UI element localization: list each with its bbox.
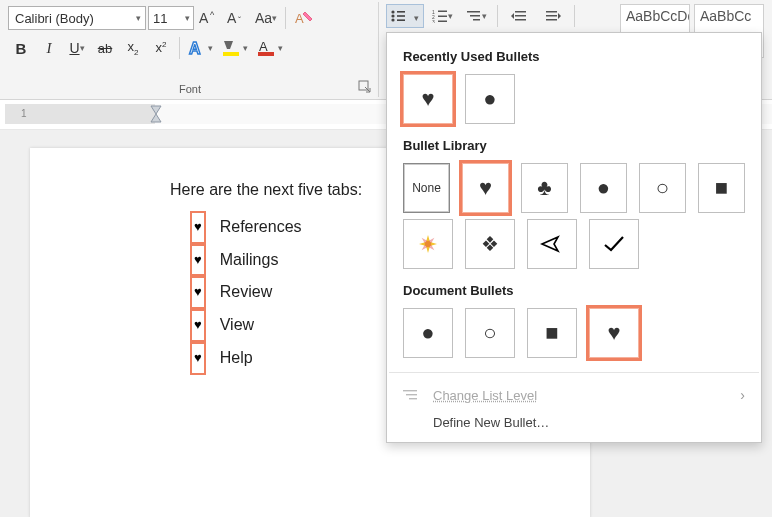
chevron-down-icon: ▾	[409, 9, 423, 24]
section-heading-recent: Recently Used Bullets	[387, 41, 761, 74]
change-case-button[interactable]: Aa ▾	[252, 5, 280, 31]
svg-rect-21	[438, 21, 447, 23]
define-new-bullet-item[interactable]: Define New Bullet…	[387, 409, 761, 436]
ruler-mark: 1	[21, 108, 27, 119]
shrink-font-button[interactable]: Aˇ	[224, 5, 250, 31]
superscript-button[interactable]: x2	[148, 35, 174, 61]
bullets-dropdown: Recently Used Bullets ♥ ● Bullet Library…	[386, 32, 762, 443]
library-row-1: None ♥ ♣ ● ○ ■	[387, 163, 761, 219]
bullet-swatch-disc[interactable]: ●	[580, 163, 627, 213]
bullet-highlight: ♥	[190, 244, 206, 277]
list-item: ♥ References	[190, 211, 362, 244]
list-item: ♥ Review	[190, 276, 362, 309]
chevron-down-icon: ▾	[185, 13, 190, 23]
change-list-level-icon	[403, 388, 421, 402]
italic-button[interactable]: I	[36, 35, 62, 61]
increase-indent-icon	[545, 9, 561, 23]
heart-icon: ♥	[607, 320, 620, 346]
list-item-text: Help	[220, 346, 253, 371]
bullet-swatch-fourstar[interactable]	[403, 219, 453, 269]
multilevel-list-button[interactable]: ▾	[460, 4, 492, 28]
bullet-swatch-none[interactable]: None	[403, 163, 450, 213]
svg-rect-30	[546, 19, 557, 21]
bullet-swatch-disc[interactable]: ●	[465, 74, 515, 124]
section-heading-document: Document Bullets	[387, 275, 761, 308]
style-preview-text: AaBbCc	[700, 8, 751, 24]
font-group-launcher[interactable]	[358, 80, 374, 96]
chevron-down-icon: ▾	[272, 13, 277, 23]
svg-rect-24	[473, 19, 480, 21]
svg-rect-26	[515, 15, 526, 17]
bullet-swatch-circle[interactable]: ○	[639, 163, 686, 213]
list-item: ♥ Help	[190, 342, 362, 375]
indent-marker-icon	[149, 102, 163, 124]
bullet-swatch-arrow[interactable]	[527, 219, 577, 269]
clear-formatting-button[interactable]: A	[291, 5, 317, 31]
change-list-level-item: Change List Level ›	[387, 381, 761, 409]
bullet-swatch-square[interactable]: ■	[698, 163, 745, 213]
font-color-button[interactable]: A ▾	[253, 35, 286, 61]
grow-font-button[interactable]: A^	[196, 5, 222, 31]
bullet-swatch-square[interactable]: ■	[527, 308, 577, 358]
square-icon: ■	[545, 320, 558, 346]
increase-indent-button[interactable]	[537, 4, 569, 28]
library-row-2: ❖	[387, 219, 761, 275]
svg-rect-22	[467, 11, 480, 13]
document-body: Here are the next five tabs: ♥ Reference…	[170, 178, 362, 375]
svg-text:A: A	[227, 10, 237, 26]
highlight-button[interactable]: ▾	[218, 35, 251, 61]
bullet-swatch-heart[interactable]: ♥	[403, 74, 453, 124]
strikethrough-icon: ab	[98, 41, 112, 56]
none-label: None	[412, 181, 441, 195]
bullet-swatch-disc[interactable]: ●	[403, 308, 453, 358]
svg-rect-33	[409, 398, 417, 399]
bullet-swatch-club[interactable]: ♣	[521, 163, 568, 213]
svg-rect-27	[515, 19, 526, 21]
svg-rect-13	[397, 15, 405, 17]
svg-rect-29	[546, 15, 557, 17]
strikethrough-button[interactable]: ab	[92, 35, 118, 61]
svg-rect-6	[223, 52, 239, 56]
heart-icon: ♥	[194, 350, 202, 365]
svg-text:ˇ: ˇ	[238, 15, 241, 25]
font-size-combo[interactable]: 11 ▾	[148, 6, 194, 30]
svg-rect-25	[515, 11, 526, 13]
text-effects-icon: A	[188, 39, 208, 57]
bold-button[interactable]: B	[8, 35, 34, 61]
svg-rect-32	[406, 394, 417, 395]
underline-button[interactable]: U▾	[64, 35, 90, 61]
disc-icon: ●	[421, 320, 434, 346]
recent-bullets-row: ♥ ●	[387, 74, 761, 130]
separator	[285, 7, 286, 29]
numbering-button[interactable]: 123▾	[426, 4, 458, 28]
list-item-text: Review	[220, 280, 272, 305]
bullets-split-button[interactable]: ▾	[386, 4, 424, 28]
subscript-button[interactable]: x2	[120, 35, 146, 61]
fourstar-icon	[417, 233, 439, 255]
bullet-swatch-heart[interactable]: ♥	[589, 308, 639, 358]
font-name-combo[interactable]: Calibri (Body) ▾	[8, 6, 146, 30]
shrink-font-icon: Aˇ	[227, 9, 247, 27]
separator	[179, 37, 180, 59]
heart-icon: ♥	[194, 219, 202, 234]
change-case-icon: Aa	[255, 10, 272, 26]
bullet-swatch-check[interactable]	[589, 219, 639, 269]
underline-icon: U	[69, 40, 79, 56]
heart-icon: ♥	[194, 284, 202, 299]
decrease-indent-button[interactable]	[503, 4, 535, 28]
dialog-launcher-icon	[358, 80, 372, 94]
bullet-swatch-diamonds[interactable]: ❖	[465, 219, 515, 269]
font-name-value: Calibri (Body)	[15, 11, 94, 26]
font-group-label: Font	[0, 83, 380, 95]
bullet-swatch-circle[interactable]: ○	[465, 308, 515, 358]
italic-icon: I	[47, 40, 52, 57]
bullet-swatch-heart[interactable]: ♥	[462, 163, 509, 213]
text-effects-button[interactable]: A ▾	[185, 35, 216, 61]
chevron-down-icon: ▾	[136, 13, 141, 23]
bullet-highlight: ♥	[190, 211, 206, 244]
font-size-value: 11	[153, 11, 167, 26]
separator	[574, 5, 575, 27]
svg-text:^: ^	[210, 10, 215, 20]
heart-icon: ♥	[194, 317, 202, 332]
circle-icon: ○	[483, 320, 496, 346]
